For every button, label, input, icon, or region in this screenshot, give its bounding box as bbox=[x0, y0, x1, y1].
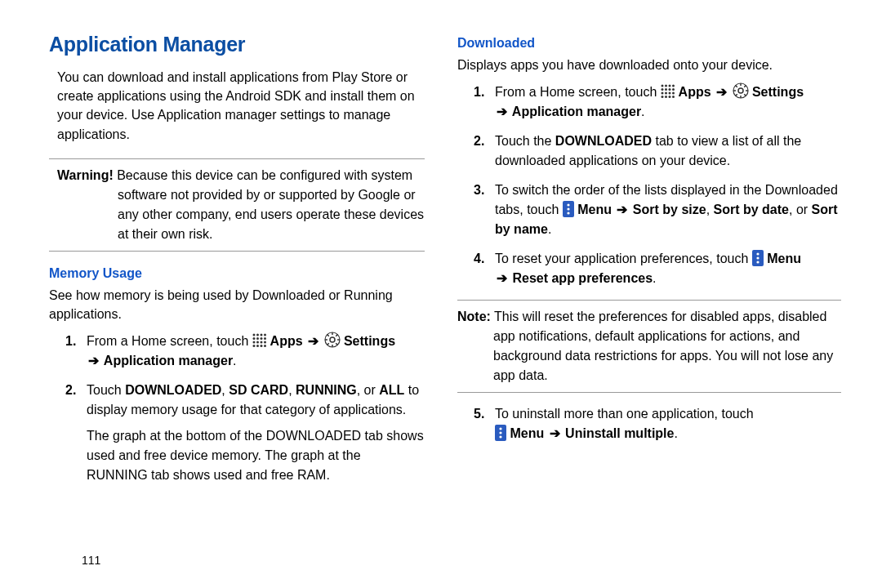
intro-paragraph: You can download and install application… bbox=[57, 68, 425, 144]
downloaded-steps-cont: To uninstall more than one application, … bbox=[457, 404, 841, 443]
left-column: Application Manager You can download and… bbox=[49, 33, 449, 572]
note-body: This will reset the preferences for disa… bbox=[491, 310, 833, 382]
menu-icon bbox=[752, 250, 764, 266]
downloaded-intro: Displays apps you have downloaded onto y… bbox=[457, 56, 841, 74]
step-item: To uninstall more than one application, … bbox=[474, 404, 841, 443]
memory-intro: See how memory is being used by Download… bbox=[49, 286, 425, 323]
downloaded-heading: Downloaded bbox=[457, 36, 841, 51]
downloaded-steps: From a Home screen, touch Apps ➔ Setting… bbox=[457, 82, 841, 288]
settings-icon bbox=[733, 82, 749, 99]
memory-usage-heading: Memory Usage bbox=[49, 266, 425, 281]
note-block: Note: This will reset the preferences fo… bbox=[457, 300, 841, 393]
menu-icon bbox=[495, 425, 506, 441]
page-title: Application Manager bbox=[49, 33, 425, 56]
memory-steps: From a Home screen, touch Apps ➔ Setting… bbox=[49, 332, 425, 420]
apps-icon bbox=[661, 84, 675, 99]
right-column: Downloaded Displays apps you have downlo… bbox=[449, 33, 849, 572]
step-item: Touch DOWNLOADED, SD CARD, RUNNING, or A… bbox=[65, 381, 425, 420]
apps-icon bbox=[252, 333, 267, 348]
step-item: From a Home screen, touch Apps ➔ Setting… bbox=[65, 332, 425, 371]
warning-block: Warning! Because this device can be conf… bbox=[49, 158, 425, 252]
step-item: To switch the order of the lists display… bbox=[474, 180, 841, 239]
page-number: 111 bbox=[82, 554, 100, 567]
memory-followup: The graph at the bottom of the DOWNLOADE… bbox=[49, 426, 425, 485]
menu-icon bbox=[563, 201, 574, 217]
step-item: Touch the DOWNLOADED tab to view a list … bbox=[474, 131, 841, 171]
step-item: To reset your application preferences, t… bbox=[474, 249, 841, 288]
step-item: From a Home screen, touch Apps ➔ Setting… bbox=[474, 82, 841, 122]
warning-body: Because this device can be configured wi… bbox=[114, 168, 424, 241]
settings-icon bbox=[324, 332, 341, 348]
note-label: Note: bbox=[457, 310, 491, 323]
warning-label: Warning! bbox=[57, 168, 114, 182]
